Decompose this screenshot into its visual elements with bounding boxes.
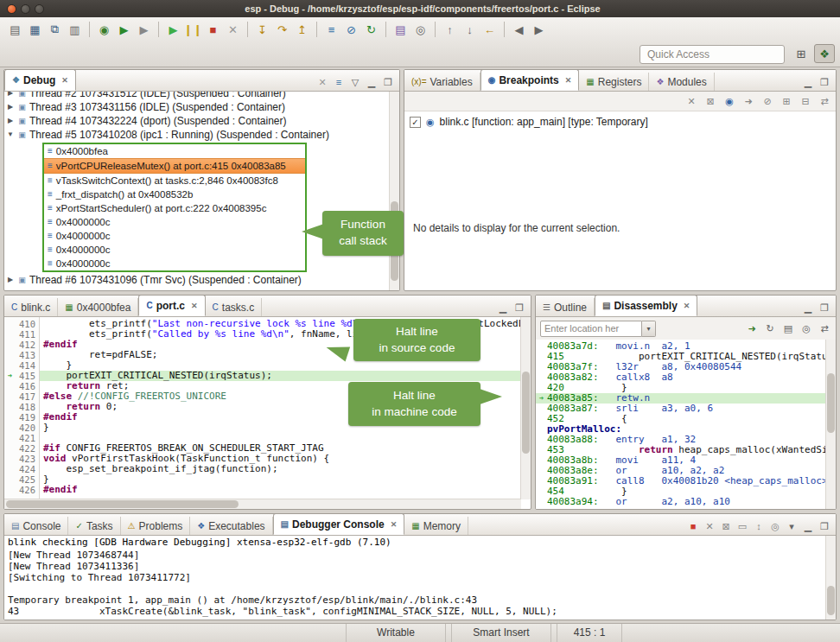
console-tab-debugger-console[interactable]: ▤Debugger Console✕ <box>273 513 405 535</box>
close-tab-icon[interactable]: ✕ <box>191 302 198 310</box>
back-icon[interactable]: ◀ <box>509 20 529 39</box>
stack-frame[interactable]: ≡vTaskSwitchContext() at tasks.c:2,846 0… <box>44 174 305 188</box>
close-tab-icon[interactable]: ✕ <box>391 520 398 529</box>
editor-hscrollbar[interactable] <box>4 499 521 509</box>
last-edit-location-icon[interactable]: ← <box>480 20 500 39</box>
minimize-view-icon[interactable]: ▁ <box>496 301 510 315</box>
right-tab-modules[interactable]: ❖Modules <box>649 73 714 91</box>
run-icon[interactable]: ▶ <box>114 20 134 39</box>
console-tab-tasks[interactable]: ✓Tasks <box>68 517 120 535</box>
clear-console-icon[interactable]: ▭ <box>735 519 749 533</box>
quick-access-box[interactable]: Quick Access <box>640 45 785 64</box>
right-tab-breakpoints[interactable]: ◉Breakpoints✕ <box>480 69 580 91</box>
thread-row[interactable]: ▶▣Thread #4 1073432224 (dport) (Suspende… <box>4 114 390 128</box>
remove-all-launches-icon[interactable]: ⊠ <box>719 519 733 533</box>
code-line[interactable]: #endif <box>40 485 521 495</box>
location-dropdown-icon[interactable]: ▾ <box>642 321 656 337</box>
print-icon[interactable]: ▥ <box>65 20 85 39</box>
editor-tab-blink-c[interactable]: Cblink.c <box>4 298 58 316</box>
tab-debug[interactable]: ❖ Debug ✕ <box>4 69 76 91</box>
suspend-icon[interactable]: ❙❙ <box>183 20 203 39</box>
new-icon[interactable]: ▤ <box>5 20 25 39</box>
scrollbar-thumb[interactable] <box>827 373 835 433</box>
maximize-view-icon[interactable]: ❐ <box>381 75 395 89</box>
terminate-icon[interactable]: ■ <box>686 519 700 533</box>
resume-icon[interactable]: ▶ <box>163 20 183 39</box>
instruction-stepping-icon[interactable]: ≡ <box>321 20 341 39</box>
thread-row[interactable]: ▶▣Thread #3 1073431156 (IDLE) (Suspended… <box>4 100 390 114</box>
forward-icon[interactable]: ▶ <box>529 20 549 39</box>
thread-row[interactable]: ▶▣Thread #6 1073431096 (Tmr Svc) (Suspen… <box>4 273 390 287</box>
show-supported-breakpoints-icon[interactable]: ◉ <box>722 94 736 108</box>
new-c-project-icon[interactable]: ▤ <box>391 20 410 39</box>
stack-frame[interactable]: ≡_frxt_dispatch() at 0x4008532b <box>44 188 305 201</box>
previous-annotation-icon[interactable]: ↑ <box>440 20 460 39</box>
skip-all-breakpoints-icon[interactable]: ⊘ <box>341 20 361 39</box>
editor-vscrollbar[interactable] <box>520 317 531 499</box>
expand-icon[interactable]: ▶ <box>4 114 16 128</box>
right-tab-registers[interactable]: ▦Registers <box>579 73 649 91</box>
stack-frame[interactable]: ≡0x4000000c <box>44 257 305 270</box>
search-icon[interactable]: ◎ <box>410 20 430 39</box>
expand-icon[interactable]: ▶ <box>4 100 16 114</box>
remove-all-terminated-icon[interactable]: ✕ <box>315 75 329 89</box>
debug-scrollbar[interactable] <box>389 92 399 290</box>
disassembly-scrollbar[interactable] <box>825 340 836 509</box>
minimize-view-icon[interactable]: ▁ <box>801 301 815 315</box>
maximize-view-icon[interactable]: ❐ <box>818 519 831 533</box>
disasm-tab-outline[interactable]: ☰Outline <box>536 298 595 316</box>
console-tab-memory[interactable]: ▦Memory <box>404 517 468 535</box>
editor-tab-tasks-c[interactable]: Ctasks.c <box>206 298 263 316</box>
stack-frame[interactable]: ≡0x4000000c <box>44 243 305 257</box>
console-output[interactable]: [New Thread 1073468744][New Thread 10734… <box>4 550 826 620</box>
instruction-stepping-mode-icon[interactable]: ≡ <box>332 75 346 89</box>
skip-all-breakpoints-icon[interactable]: ⊘ <box>760 94 774 108</box>
maximize-view-icon[interactable]: ❐ <box>818 301 831 315</box>
remove-breakpoint-icon[interactable]: ✕ <box>684 94 698 108</box>
remove-launch-icon[interactable]: ✕ <box>703 519 716 533</box>
expand-icon[interactable]: ▶ <box>4 92 16 100</box>
maximize-view-icon[interactable]: ❐ <box>818 75 831 89</box>
close-tab-icon[interactable]: ✕ <box>61 76 68 85</box>
disassembly-line[interactable]: 40083a94: or a2, a10, a10 <box>536 497 826 507</box>
stack-frame[interactable]: ≡0x4000000c <box>44 215 305 229</box>
disassembly-listing[interactable]: 40083a7d: movi.n a2, 1415 portEXIT_CRITI… <box>536 340 826 509</box>
locate-pc-icon[interactable]: ➜ <box>745 321 759 335</box>
breakpoint-list-item[interactable]: ✓ ◉ blink.c [function: app_main] [type: … <box>404 111 836 132</box>
window-maximize-icon[interactable] <box>35 4 44 14</box>
refresh-view-icon[interactable]: ↻ <box>763 321 777 335</box>
pin-console-icon[interactable]: ◎ <box>768 519 782 533</box>
track-expression-icon[interactable]: ◎ <box>799 321 813 335</box>
console-tab-executables[interactable]: ❖Executables <box>190 517 272 535</box>
right-tab-variables[interactable]: (x)=Variables <box>404 73 480 91</box>
scroll-lock-icon[interactable]: ↕ <box>752 519 766 533</box>
collapse-all-icon[interactable]: ⊟ <box>799 94 812 108</box>
minimize-view-icon[interactable]: ▁ <box>365 75 379 89</box>
debug-perspective-icon[interactable]: ❖ <box>814 44 835 63</box>
location-input[interactable]: Enter location her <box>540 321 642 337</box>
close-tab-icon[interactable]: ✕ <box>565 76 572 85</box>
editor-tab-port-c[interactable]: Cport.c✕ <box>138 295 205 316</box>
window-titlebar[interactable]: esp - Debug - /home/krzysztof/esp/esp-id… <box>0 0 840 17</box>
breakpoint-checkbox[interactable]: ✓ <box>410 117 421 128</box>
save-icon[interactable]: ▦ <box>25 20 45 39</box>
restart-icon[interactable]: ↻ <box>361 20 381 39</box>
stack-frame[interactable]: ≡0x4000000c <box>44 229 305 243</box>
remove-all-breakpoints-icon[interactable]: ⊠ <box>703 94 717 108</box>
scrollbar-thumb[interactable] <box>827 586 835 615</box>
console-scrollbar[interactable] <box>825 536 836 620</box>
window-close-icon[interactable] <box>7 4 16 14</box>
step-into-icon[interactable]: ↧ <box>252 20 272 39</box>
disconnect-icon[interactable]: ✕ <box>223 20 243 39</box>
code-line[interactable]: } <box>40 474 521 485</box>
editor-tab-0x4000bfea[interactable]: ▦0x4000bfea <box>58 298 138 316</box>
sync-selection-icon[interactable]: ⇄ <box>818 321 831 335</box>
minimize-view-icon[interactable]: ▁ <box>801 519 815 533</box>
external-tools-icon[interactable]: ▶ <box>134 20 154 39</box>
console-tab-problems[interactable]: ⚠Problems <box>121 517 191 535</box>
console-tab-console[interactable]: ▤Console <box>4 517 68 535</box>
stack-frame[interactable]: ≡vPortCPUReleaseMutex() at port.c:415 0x… <box>44 158 305 174</box>
view-menu-icon[interactable]: ▽ <box>348 75 362 89</box>
collapse-icon[interactable]: ▼ <box>4 128 16 142</box>
link-with-debug-view-icon[interactable]: ⇄ <box>818 94 831 108</box>
